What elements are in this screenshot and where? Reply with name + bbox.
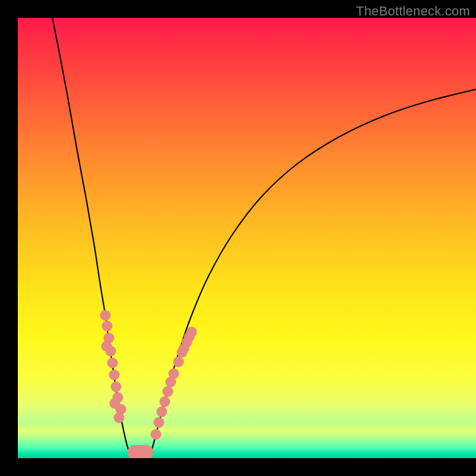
highlight-dot (154, 417, 164, 428)
highlight-dot (173, 356, 184, 367)
highlight-dot (178, 343, 189, 354)
chart-svg (18, 18, 476, 458)
highlight-dot (159, 396, 170, 407)
bottom-blob (130, 448, 151, 456)
plot-area (18, 18, 476, 458)
highlight-dot (105, 346, 116, 356)
highlight-dot (168, 368, 179, 379)
highlight-dots-right (151, 327, 197, 440)
highlight-dots-left (100, 310, 126, 423)
highlight-dot (184, 331, 195, 342)
chart-frame: TheBottleneck.com (18, 0, 476, 458)
highlight-dot (102, 321, 112, 331)
highlight-dot (151, 429, 161, 440)
highlight-dot (156, 406, 167, 417)
watermark-label: TheBottleneck.com (356, 4, 470, 19)
highlight-dot (107, 358, 118, 368)
highlight-dot (111, 381, 121, 392)
highlight-dot (114, 412, 124, 423)
right-curve (151, 89, 476, 455)
highlight-dot (162, 386, 173, 397)
highlight-dot (100, 310, 111, 321)
highlight-dot (109, 369, 120, 380)
